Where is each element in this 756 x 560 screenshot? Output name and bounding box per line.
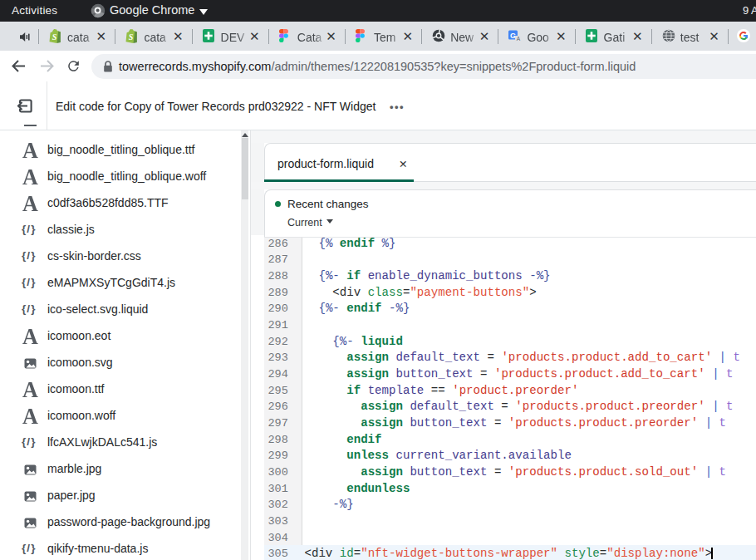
svg-text:A: A	[517, 36, 521, 42]
svg-text:G: G	[510, 32, 516, 40]
svg-text:S: S	[52, 32, 57, 42]
svg-text:S: S	[129, 32, 134, 42]
